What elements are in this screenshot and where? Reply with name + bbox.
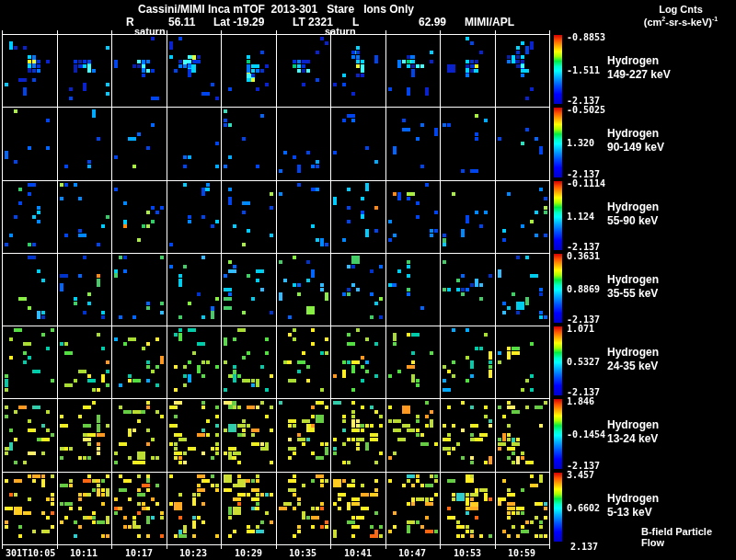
ephemeris-value: 56.11 bbox=[168, 16, 195, 29]
ephemeris-value: 62.99 bbox=[419, 16, 446, 29]
time-tick-label: 10:59 bbox=[508, 548, 535, 558]
colorbar-tick-top: 3.457 bbox=[567, 470, 594, 480]
band-species-label: Hydrogen bbox=[607, 346, 659, 360]
ephemeris-value: MIMI/APL bbox=[465, 16, 514, 29]
colorbar-band-1 bbox=[554, 35, 562, 104]
log-cnts-units: (cm2-sr-s-keV)-1 bbox=[628, 16, 733, 28]
band-species-label: Hydrogen bbox=[607, 492, 659, 506]
time-tick-label: 10:11 bbox=[70, 548, 98, 558]
band-range-label: 35-55 keV bbox=[607, 287, 658, 301]
units-prefix: (cm bbox=[644, 17, 662, 28]
ephemeris-value: R bbox=[126, 16, 134, 29]
time-tick-label: 10:35 bbox=[289, 548, 316, 558]
saturn-label: saturn bbox=[134, 26, 166, 37]
colorbar-band-6 bbox=[554, 399, 562, 469]
band-species-label: Hydrogen bbox=[607, 418, 659, 432]
colorbar-tick-top: 1.846 bbox=[567, 396, 594, 406]
colorbar-tick-top: -0.8853 bbox=[567, 32, 605, 42]
band-species-label: Hydrogen bbox=[607, 127, 659, 141]
colorbar-tick-top: -0.5025 bbox=[567, 105, 605, 115]
colorbar-tick-mid: 1.320 bbox=[567, 138, 594, 148]
band-range-label: 5-13 keV bbox=[607, 506, 652, 520]
colorbar-band-3 bbox=[554, 181, 562, 250]
units-mid: -sr-s-keV) bbox=[665, 17, 712, 28]
log-cnts-label: Log Cnts bbox=[628, 4, 733, 15]
band-range-label: 149-227 keV bbox=[607, 68, 671, 82]
colorbar-tick-mid: 0.5327 bbox=[567, 357, 600, 367]
time-tick-label: 301T10:05 bbox=[6, 548, 55, 558]
colorbar-tick-mid: -0.1454 bbox=[567, 429, 605, 440]
band-range-label: 13-24 keV bbox=[607, 432, 658, 446]
bfield-flow-label: B-field Particle Flow bbox=[641, 526, 736, 548]
saturn-label: saturn bbox=[325, 26, 356, 37]
colorbar-units: Log Cnts (cm2-sr-s-keV)-1 bbox=[628, 4, 733, 28]
colorbar-tick-mid: 0.6602 bbox=[567, 503, 600, 513]
band-range-label: 24-35 keV bbox=[607, 360, 658, 373]
colorbar-tick-mid: 1.124 bbox=[567, 211, 594, 222]
band-species-label: Hydrogen bbox=[607, 200, 659, 214]
colorbar-tick-mid: 0.8869 bbox=[567, 284, 600, 294]
time-tick-label: 10:17 bbox=[125, 548, 153, 558]
colorbar-band-4 bbox=[554, 254, 562, 323]
band-range-label: 55-90 keV bbox=[607, 214, 658, 228]
time-tick-label: 10:29 bbox=[235, 548, 262, 558]
band-species-label: Hydrogen bbox=[607, 273, 659, 287]
units-sup-neg1: -1 bbox=[712, 16, 718, 22]
colorbar-band-7 bbox=[554, 473, 562, 542]
time-tick-label: 10:41 bbox=[344, 548, 372, 558]
mimi-inca-display: Cassini/MIMI Inca mTOF 2013-301 Stare Io… bbox=[0, 0, 736, 560]
colorbar-tick-top: -0.1114 bbox=[567, 178, 605, 189]
colorbar-tick-top: 1.071 bbox=[567, 324, 594, 334]
page-title: Cassini/MIMI Inca mTOF 2013-301 Stare Io… bbox=[138, 3, 414, 16]
ephemeris-value: Lat -19.29 bbox=[213, 16, 264, 29]
colorbar-band-5 bbox=[554, 326, 562, 395]
colorbar-tick-top: 0.3631 bbox=[567, 251, 600, 261]
time-tick-label: 10:23 bbox=[179, 548, 207, 558]
band-range-label: 90-149 keV bbox=[607, 141, 664, 154]
colorbar-band-2 bbox=[554, 108, 562, 177]
band-species-label: Hydrogen bbox=[607, 54, 659, 68]
time-tick-label: 10:53 bbox=[454, 548, 481, 558]
ephemeris-line: R56.11Lat -19.29LT 2321L62.99MIMI/APL bbox=[0, 16, 736, 29]
colorbar-tick-mid: -1.511 bbox=[567, 65, 600, 75]
time-axis: 301T10:0510:1110:1710:2310:2910:3510:411… bbox=[0, 548, 736, 560]
time-tick-label: 10:47 bbox=[398, 548, 426, 558]
